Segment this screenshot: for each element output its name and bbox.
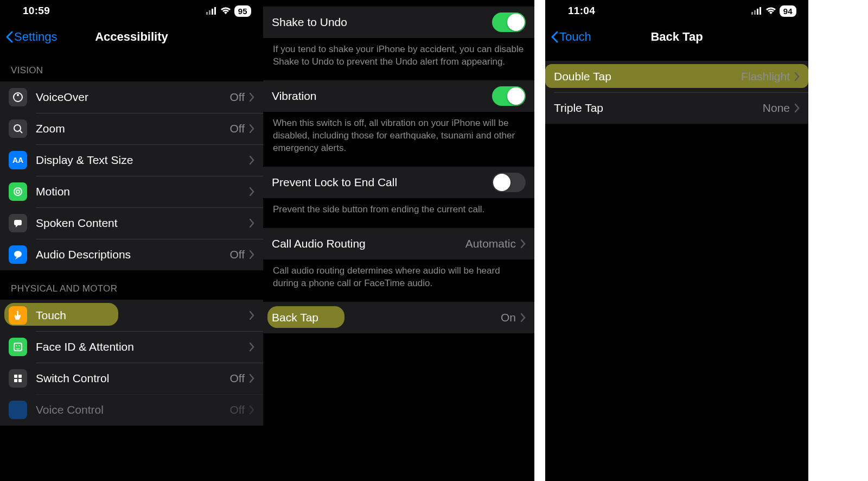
svg-rect-2 [212, 9, 213, 15]
wifi-icon [220, 7, 231, 15]
row-voiceover[interactable]: VoiceOver Off [0, 81, 263, 113]
list-shake: Shake to Undo [263, 7, 534, 38]
svg-point-14 [19, 345, 20, 346]
row-spoken-content[interactable]: Spoken Content [0, 207, 263, 239]
svg-rect-16 [18, 375, 22, 378]
row-touch[interactable]: Touch [0, 300, 263, 331]
chevron-right-icon [794, 103, 800, 113]
status-right-cluster: 94 [751, 5, 796, 17]
row-shake-to-undo[interactable]: Shake to Undo [263, 7, 534, 38]
svg-point-8 [14, 188, 22, 195]
wifi-icon [765, 7, 776, 15]
row-call-audio-routing[interactable]: Call Audio Routing Automatic [263, 228, 534, 260]
toggle-prevent-lock[interactable] [492, 173, 526, 192]
section-header-physical: PHYSICAL AND MOTOR [0, 270, 263, 300]
footer-routing: Call audio routing determines where audi… [263, 260, 534, 302]
chevron-right-icon [249, 374, 254, 383]
svg-rect-18 [18, 379, 22, 382]
footer-shake: If you tend to shake your iPhone by acci… [263, 38, 534, 80]
navigation-bar: Touch Back Tap [545, 22, 808, 52]
screen-accessibility: 10:59 95 Settings Accessibility VISION V… [0, 0, 263, 481]
face-id-icon [9, 338, 27, 356]
text-size-icon: AA [9, 151, 27, 169]
chevron-right-icon [249, 155, 254, 165]
svg-rect-12 [14, 343, 22, 351]
back-label: Touch [559, 30, 591, 44]
battery-icon: 95 [234, 5, 251, 17]
list-backtap: Back Tap On [263, 302, 534, 333]
row-prevent-lock[interactable]: Prevent Lock to End Call [263, 167, 534, 198]
svg-rect-15 [14, 375, 17, 378]
svg-rect-17 [14, 379, 17, 382]
svg-rect-20 [754, 10, 756, 15]
cellular-icon [206, 7, 217, 15]
chevron-right-icon [249, 342, 254, 352]
row-double-tap[interactable]: Double Tap Flashlight [545, 61, 808, 92]
row-zoom[interactable]: Zoom Off [0, 113, 263, 144]
navigation-bar: Settings Accessibility [0, 22, 263, 52]
list-back-tap: Double Tap Flashlight Triple Tap None [545, 61, 808, 124]
chevron-right-icon [249, 405, 254, 415]
chevron-right-icon [249, 124, 254, 134]
switch-control-icon [9, 369, 27, 388]
svg-rect-19 [751, 12, 753, 15]
svg-rect-21 [757, 9, 758, 15]
audio-description-icon [9, 245, 27, 264]
svg-rect-3 [214, 7, 216, 15]
accessibility-icon [9, 88, 27, 106]
list-physical: Touch Face ID & Attention Switch Control… [0, 300, 263, 426]
svg-point-6 [14, 125, 21, 131]
list-vibration: Vibration [263, 80, 534, 112]
svg-point-5 [17, 94, 19, 96]
back-button[interactable]: Touch [551, 30, 591, 44]
footer-vibration: When this switch is off, all vibration o… [263, 112, 534, 167]
chevron-right-icon [249, 187, 254, 197]
chevron-right-icon [520, 239, 526, 249]
row-triple-tap[interactable]: Triple Tap None [545, 92, 808, 124]
row-vibration[interactable]: Vibration [263, 80, 534, 112]
status-right-cluster: 95 [206, 5, 251, 17]
chevron-right-icon [249, 250, 254, 260]
cellular-icon [751, 7, 762, 15]
list-routing: Call Audio Routing Automatic [263, 228, 534, 260]
status-bar: 11:04 94 [545, 0, 808, 22]
motion-icon [9, 182, 27, 201]
section-header-vision: VISION [0, 52, 263, 81]
battery-icon: 94 [780, 5, 796, 17]
touch-icon [9, 306, 27, 325]
toggle-shake-to-undo[interactable] [492, 12, 526, 32]
svg-rect-22 [760, 7, 761, 15]
row-audio-descriptions[interactable]: Audio Descriptions Off [0, 239, 263, 270]
status-bar: 10:59 95 [0, 0, 263, 22]
svg-rect-10 [14, 220, 22, 225]
row-face-id[interactable]: Face ID & Attention [0, 331, 263, 363]
voice-control-icon [9, 401, 27, 419]
speech-bubble-icon [9, 214, 27, 232]
row-voice-control[interactable]: Voice Control Off [0, 394, 263, 426]
chevron-right-icon [249, 311, 254, 320]
row-switch-control[interactable]: Switch Control Off [0, 363, 263, 394]
chevron-right-icon [794, 72, 800, 81]
row-motion[interactable]: Motion [0, 176, 263, 207]
status-time: 11:04 [568, 5, 595, 17]
zoom-icon [9, 119, 27, 138]
status-time: 10:59 [23, 5, 50, 17]
row-back-tap[interactable]: Back Tap On [263, 302, 534, 333]
back-button[interactable]: Settings [5, 30, 58, 44]
screen-back-tap: 11:04 94 Touch Back Tap Double Tap Flash… [545, 0, 808, 481]
svg-point-9 [16, 190, 20, 193]
chevron-right-icon [520, 313, 526, 322]
row-display-text-size[interactable]: AA Display & Text Size [0, 144, 263, 176]
svg-rect-0 [206, 12, 208, 15]
list-vision: VoiceOver Off Zoom Off AA Display & Text… [0, 81, 263, 270]
svg-point-13 [16, 345, 17, 346]
back-label: Settings [14, 30, 58, 44]
svg-point-11 [14, 251, 22, 257]
screen-touch-settings: Shake to Undo If you tend to shake your … [263, 0, 534, 481]
chevron-right-icon [249, 218, 254, 228]
chevron-right-icon [249, 92, 254, 102]
footer-prevent-lock: Prevent the side button from ending the … [263, 198, 534, 228]
toggle-vibration[interactable] [492, 86, 526, 106]
svg-rect-1 [209, 10, 210, 15]
svg-line-7 [20, 131, 22, 133]
